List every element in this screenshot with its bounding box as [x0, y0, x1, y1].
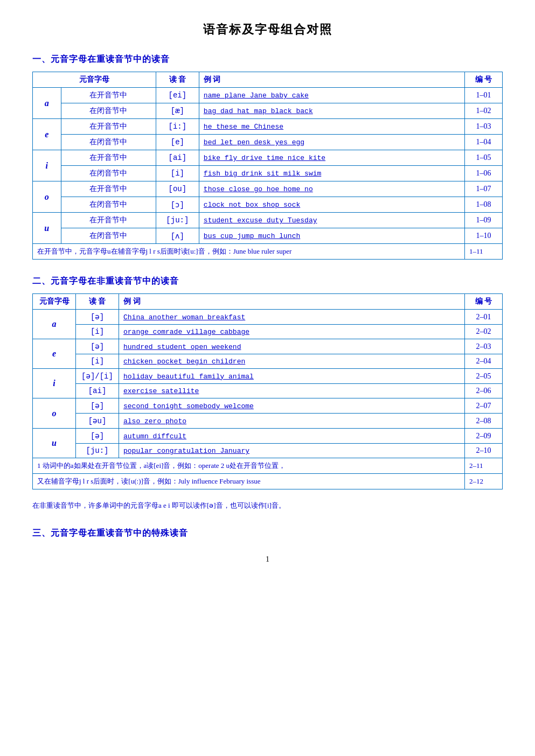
note-text: 又在辅音字母j l r s后面时，读[u(:)]音，例如：July influe…: [33, 474, 465, 489]
examples: China another woman breakfast: [119, 310, 465, 325]
number: 2–01: [465, 310, 503, 325]
number: 2–02: [465, 325, 503, 339]
examples: exercise satellite: [119, 384, 465, 398]
table-row: 在闭音节中 [i] fish big drink sit milk swim 1…: [33, 166, 503, 181]
table-row: [əu] also zero photo 2–08: [33, 414, 503, 429]
table-row: 在闭音节中 [ʌ] bus cup jump much lunch 1–10: [33, 228, 503, 244]
note-number: 1–11: [465, 244, 503, 260]
examples: fish big drink sit milk swim: [199, 166, 464, 181]
vowel-a: a: [33, 88, 61, 119]
phonetic: [ə]: [76, 429, 119, 444]
phonetic: [ɔ]: [156, 197, 199, 213]
position: 在闭音节中: [61, 166, 156, 181]
phonetic: [i]: [156, 166, 199, 181]
vowel-o: o: [33, 181, 61, 213]
note-row: 1 动词中的a如果处在开音节位置，a读[ei]音，例如：operate 2 u处…: [33, 458, 503, 474]
number: 1–08: [465, 197, 503, 213]
header-number: 编 号: [465, 294, 503, 310]
vowel-e: e: [33, 119, 61, 150]
table-row: [i] chicken pocket begin children 2–04: [33, 354, 503, 369]
section1-table: 元音字母 读 音 例 词 编 号 a 在开音节中 [ei] name plane…: [32, 72, 503, 260]
examples: he these me Chinese: [199, 119, 464, 135]
table-row: a [ə] China another woman breakfast 2–01: [33, 310, 503, 325]
position: 在开音节中: [61, 150, 156, 166]
phonetic: [ai]: [76, 384, 119, 398]
examples: bike fly drive time nice kite: [199, 150, 464, 166]
number: 1–02: [465, 103, 503, 119]
section1-title: 一、元音字母在重读音节中的读音: [32, 54, 503, 65]
examples: hundred student open weekend: [119, 339, 465, 354]
examples: name plane Jane baby cake: [199, 88, 464, 103]
table-row: e 在开音节中 [i:] he these me Chinese 1–03: [33, 119, 503, 135]
number: 1–06: [465, 166, 503, 181]
number: 2–05: [465, 369, 503, 384]
table-row: i 在开音节中 [ai] bike fly drive time nice ki…: [33, 150, 503, 166]
number: 2–06: [465, 384, 503, 398]
position: 在闭音节中: [61, 228, 156, 244]
phonetic: [ə]: [76, 398, 119, 414]
header-examples: 例 词: [199, 72, 464, 88]
phonetic: [æ]: [156, 103, 199, 119]
examples: chicken pocket begin children: [119, 354, 465, 369]
number: 1–03: [465, 119, 503, 135]
table-row: a 在开音节中 [ei] name plane Jane baby cake 1…: [33, 88, 503, 103]
number: 1–04: [465, 135, 503, 150]
table-row: i [ə]/[i] holiday beautiful family anima…: [33, 369, 503, 384]
note-number: 2–12: [465, 474, 503, 489]
position: 在开音节中: [61, 213, 156, 228]
table-row: 在闭音节中 [e] bed let pen desk yes egg 1–04: [33, 135, 503, 150]
number: 2–03: [465, 339, 503, 354]
examples: autumn diffcult: [119, 429, 465, 444]
position: 在开音节中: [61, 181, 156, 197]
position: 在开音节中: [61, 119, 156, 135]
header-number: 编 号: [465, 72, 503, 88]
table-row: [ai] exercise satellite 2–06: [33, 384, 503, 398]
number: 2–07: [465, 398, 503, 414]
phonetic: [i]: [76, 354, 119, 369]
phonetic: [i:]: [156, 119, 199, 135]
header-vowel: 元音字母: [33, 294, 76, 310]
position: 在闭音节中: [61, 135, 156, 150]
section2-footnote: 在非重读音节中，许多单词中的元音字母a e i 即可以读作[ə]音，也可以读作[…: [32, 500, 503, 512]
examples: bed let pen desk yes egg: [199, 135, 464, 150]
position: 在闭音节中: [61, 103, 156, 119]
examples: those close go hoe home no: [199, 181, 464, 197]
number: 2–08: [465, 414, 503, 429]
number: 1–01: [465, 88, 503, 103]
number: 2–04: [465, 354, 503, 369]
examples: also zero photo: [119, 414, 465, 429]
phonetic: [e]: [156, 135, 199, 150]
note-row: 又在辅音字母j l r s后面时，读[u(:)]音，例如：July influe…: [33, 474, 503, 489]
phonetic: [ou]: [156, 181, 199, 197]
note-row: 在开音节中，元音字母u在辅音字母j l r s后面时读[u:]音，例如：June…: [33, 244, 503, 260]
examples: bus cup jump much lunch: [199, 228, 464, 244]
header-phonetic: 读 音: [156, 72, 199, 88]
examples: orange comrade village cabbage: [119, 325, 465, 339]
table-row: 在闭音节中 [ɔ] clock not box shop sock 1–08: [33, 197, 503, 213]
number: 1–10: [465, 228, 503, 244]
phonetic: [ai]: [156, 150, 199, 166]
table-row: u [ə] autumn diffcult 2–09: [33, 429, 503, 444]
table-row: e [ə] hundred student open weekend 2–03: [33, 339, 503, 354]
number: 1–09: [465, 213, 503, 228]
table-row: o [ə] second tonight somebody welcome 2–…: [33, 398, 503, 414]
table-row: [ju:] popular congratulation January 2–1…: [33, 444, 503, 458]
section2-table: 元音字母 读 音 例 词 编 号 a [ə] China another wom…: [32, 293, 503, 489]
position: 在开音节中: [61, 88, 156, 103]
header-vowel: 元音字母: [33, 72, 156, 88]
phonetic: [i]: [76, 325, 119, 339]
position: 在闭音节中: [61, 197, 156, 213]
vowel-i: i: [33, 150, 61, 181]
number: 2–09: [465, 429, 503, 444]
vowel-a: a: [33, 310, 76, 339]
examples: student excuse duty Tuesday: [199, 213, 464, 228]
note-number: 2–11: [465, 458, 503, 474]
number: 2–10: [465, 444, 503, 458]
table-row: [i] orange comrade village cabbage 2–02: [33, 325, 503, 339]
note-text: 在开音节中，元音字母u在辅音字母j l r s后面时读[u:]音，例如：June…: [33, 244, 465, 260]
examples: holiday beautiful family animal: [119, 369, 465, 384]
phonetic: [əu]: [76, 414, 119, 429]
table-row: u 在开音节中 [ju:] student excuse duty Tuesda…: [33, 213, 503, 228]
phonetic: [ju:]: [76, 444, 119, 458]
page-number: 1: [32, 555, 503, 564]
